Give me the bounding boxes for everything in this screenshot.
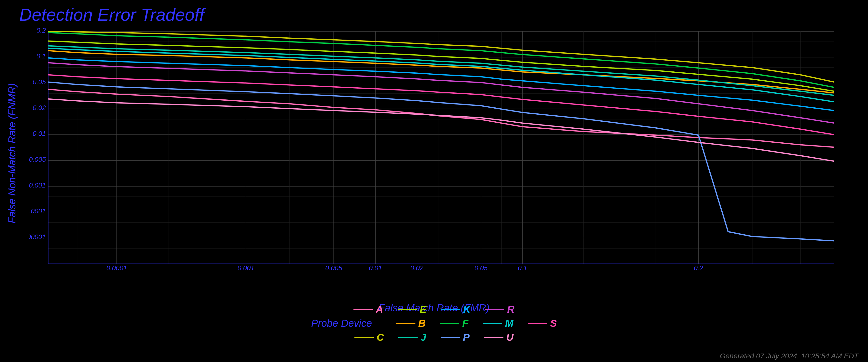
legend-color-a [353, 309, 373, 310]
legend-row-1: A E K R [353, 304, 514, 315]
svg-text:0.005: 0.005 [29, 156, 46, 163]
legend-row-3: C J P U [354, 332, 514, 343]
legend-color-p [441, 337, 460, 338]
legend-row-2: Probe Device B F M S [311, 317, 557, 329]
legend-label-e: E [420, 304, 427, 315]
probe-device-label: Probe Device [311, 317, 372, 329]
svg-text:0.0001: 0.0001 [106, 264, 127, 272]
legend-color-b [396, 323, 415, 324]
legend-item-s: S [528, 317, 557, 329]
legend-label-c: C [377, 332, 384, 343]
legend-color-r [485, 309, 504, 310]
legend-item-a: A [353, 304, 383, 315]
legend-label-p: P [463, 332, 470, 343]
svg-text:0.0001: 0.0001 [29, 207, 46, 215]
legend-color-s [528, 323, 547, 324]
svg-text:0.1: 0.1 [518, 264, 527, 272]
legend-item-b: B [396, 317, 426, 329]
svg-text:0.02: 0.02 [410, 264, 424, 272]
legend-label-b: B [418, 317, 426, 329]
legend-label-r: R [507, 304, 514, 315]
legend-color-k [441, 309, 460, 310]
legend-item-f: F [440, 317, 468, 329]
legend-color-e [398, 309, 417, 310]
svg-text:0.001: 0.001 [238, 264, 254, 272]
legend-item-c: C [354, 332, 384, 343]
main-container: Detection Error Tradeoff False Non-Match… [0, 0, 868, 362]
legend-item-j: J [398, 332, 426, 343]
chart-area: 0.2 0.1 0.05 0.02 0.01 0.005 0.001 0.000… [29, 27, 844, 280]
y-axis-label: False Non-Match Rate (FNMR) [0, 27, 24, 280]
legend-label-m: M [505, 317, 514, 329]
svg-text:0.001: 0.001 [29, 182, 46, 189]
generated-timestamp: Generated 07 July 2024, 10:25:54 AM EDT [720, 352, 858, 360]
legend-label-k: K [463, 304, 470, 315]
legend-item-r: R [485, 304, 514, 315]
svg-text:0.2: 0.2 [36, 27, 46, 34]
legend-label-u: U [506, 332, 514, 343]
svg-text:0.2: 0.2 [694, 264, 703, 272]
svg-text:0.05: 0.05 [474, 264, 488, 272]
svg-text:0.01: 0.01 [369, 264, 382, 272]
legend-color-u [484, 337, 503, 338]
legend-color-c [354, 337, 374, 338]
svg-text:0.005: 0.005 [325, 264, 342, 272]
legend-item-p: P [441, 332, 470, 343]
legend-color-m [483, 323, 502, 324]
svg-text:0.1: 0.1 [36, 52, 46, 60]
legend-label-j: J [421, 332, 426, 343]
legend-label-a: A [376, 304, 383, 315]
legend-item-u: U [484, 332, 514, 343]
legend-color-f [440, 323, 459, 324]
svg-text:0.00001: 0.00001 [29, 233, 46, 241]
svg-text:0.02: 0.02 [33, 104, 46, 111]
legend-item-e: E [398, 304, 427, 315]
legend-label-f: F [462, 317, 468, 329]
chart-title: Detection Error Tradeoff [19, 5, 204, 25]
legend-label-s: S [550, 317, 557, 329]
chart-svg: 0.2 0.1 0.05 0.02 0.01 0.005 0.001 0.000… [29, 27, 844, 280]
legend-item-k: K [441, 304, 470, 315]
legend-area: A E K R Probe Device [0, 292, 868, 355]
svg-text:0.01: 0.01 [33, 130, 46, 137]
svg-text:0.05: 0.05 [33, 78, 46, 86]
legend-color-j [398, 337, 417, 338]
legend-item-m: M [483, 317, 514, 329]
